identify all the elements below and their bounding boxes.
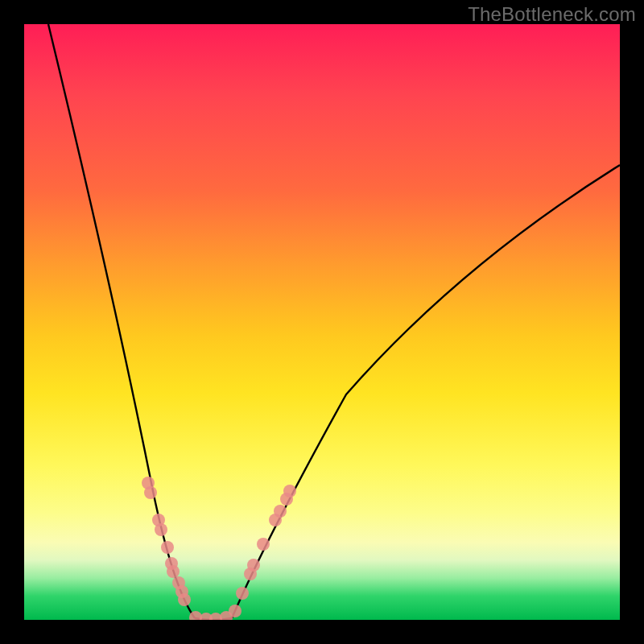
data-dot	[161, 541, 174, 554]
plot-area	[24, 24, 620, 620]
curve-right-branch	[232, 165, 620, 618]
data-dot	[236, 587, 249, 600]
data-dot	[178, 593, 191, 606]
data-dot	[167, 565, 180, 578]
data-dot	[247, 559, 260, 572]
watermark-text: TheBottleneck.com	[468, 3, 636, 26]
data-dot	[274, 505, 287, 518]
dot-cluster	[142, 477, 296, 620]
data-dot	[257, 538, 270, 551]
data-dot	[283, 485, 296, 497]
curve-left-branch	[48, 24, 195, 618]
data-dot	[229, 605, 242, 617]
chart-frame: TheBottleneck.com	[0, 0, 644, 644]
data-dot	[155, 523, 167, 536]
data-dot	[144, 486, 157, 499]
curve-layer	[24, 24, 620, 620]
